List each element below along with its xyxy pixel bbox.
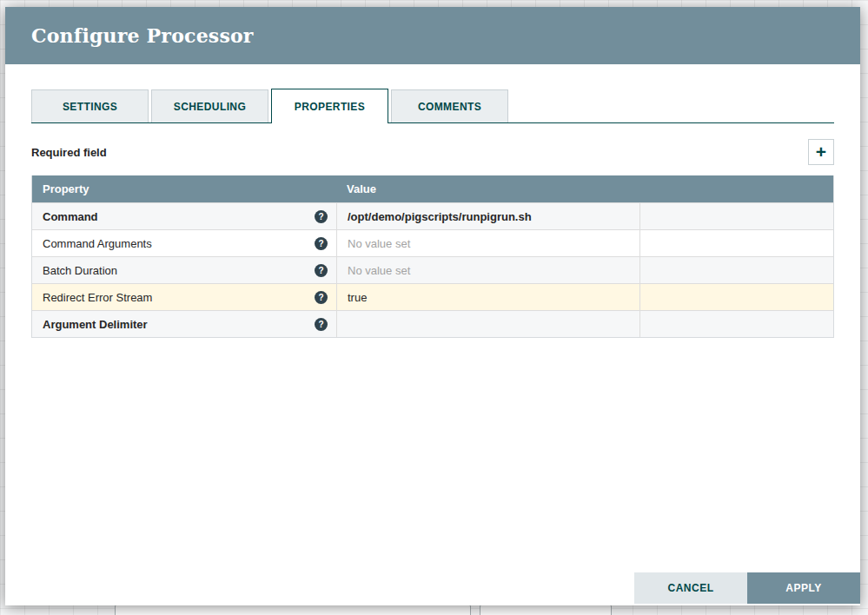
table-toolbar: Required field + — [31, 137, 834, 167]
property-name: Command Arguments — [43, 237, 152, 250]
cancel-button[interactable]: CANCEL — [634, 572, 747, 604]
property-name: Command — [43, 210, 98, 223]
property-value[interactable]: /opt/demo/pigscripts/runpigrun.sh — [336, 203, 640, 229]
row-actions-spacer — [640, 284, 833, 310]
tab-settings[interactable]: SETTINGS — [31, 89, 149, 122]
apply-button[interactable]: APPLY — [747, 572, 860, 604]
row-actions-spacer — [640, 257, 833, 283]
dialog-header: Configure Processor — [5, 7, 860, 64]
properties-table: Property Value Command ? /opt/demo/pigsc… — [31, 175, 834, 338]
configure-processor-dialog: Configure Processor SETTINGS SCHEDULING … — [5, 7, 860, 605]
tab-properties[interactable]: PROPERTIES — [271, 89, 388, 123]
property-value[interactable]: No value set — [336, 257, 640, 283]
table-row[interactable]: Redirect Error Stream ? true — [32, 283, 833, 310]
required-field-label: Required field — [31, 146, 107, 159]
column-header-value: Value — [336, 182, 640, 195]
table-row[interactable]: Command ? /opt/demo/pigscripts/runpigrun… — [32, 202, 833, 229]
help-icon[interactable]: ? — [315, 318, 328, 331]
dialog-body: SETTINGS SCHEDULING PROPERTIES COMMENTS … — [5, 64, 860, 605]
tab-scheduling[interactable]: SCHEDULING — [151, 89, 268, 122]
tab-comments[interactable]: COMMENTS — [391, 89, 508, 122]
table-row[interactable]: Batch Duration ? No value set — [32, 256, 833, 283]
table-row[interactable]: Command Arguments ? No value set — [32, 229, 833, 256]
property-name: Batch Duration — [43, 264, 117, 277]
property-value[interactable]: true — [336, 284, 640, 310]
dialog-footer: CANCEL APPLY — [634, 572, 860, 604]
row-actions-spacer — [640, 230, 833, 256]
help-icon[interactable]: ? — [315, 264, 328, 277]
add-property-button[interactable]: + — [808, 139, 834, 165]
row-actions-spacer — [640, 311, 833, 337]
canvas-component-partial — [115, 605, 471, 615]
column-header-property: Property — [32, 182, 336, 195]
property-name: Argument Delimiter — [43, 318, 148, 331]
plus-icon: + — [816, 142, 826, 161]
help-icon[interactable]: ? — [315, 237, 328, 250]
property-value[interactable]: No value set — [336, 230, 640, 256]
tab-bar: SETTINGS SCHEDULING PROPERTIES COMMENTS — [31, 89, 834, 123]
property-value[interactable] — [336, 311, 640, 337]
table-row[interactable]: Argument Delimiter ? — [32, 310, 833, 337]
help-icon[interactable]: ? — [315, 291, 328, 304]
canvas-component-partial — [480, 605, 612, 615]
help-icon[interactable]: ? — [315, 210, 328, 223]
row-actions-spacer — [640, 203, 833, 229]
table-header-row: Property Value — [32, 175, 833, 202]
property-name: Redirect Error Stream — [43, 291, 152, 304]
dialog-title: Configure Processor — [31, 24, 254, 47]
